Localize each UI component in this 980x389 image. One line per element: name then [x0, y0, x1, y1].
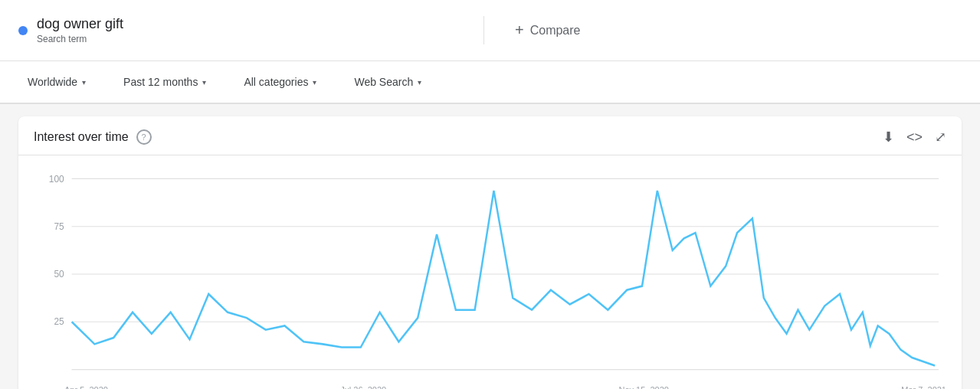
compare-label: Compare: [530, 24, 581, 38]
search-term-text: dog owner gift Search term: [37, 16, 123, 44]
filter-time[interactable]: Past 12 months ▾: [114, 71, 215, 93]
chart-actions: ⬇ <> ⤢: [883, 129, 946, 145]
search-bar: dog owner gift Search term + Compare: [0, 0, 980, 61]
filter-separator-1: [104, 73, 105, 91]
svg-text:100: 100: [49, 173, 64, 184]
chart-area: 100 75 50 25: [18, 155, 962, 385]
main-content: Interest over time ? ⬇ <> ⤢ 100 75 50 25: [0, 104, 980, 389]
search-term-name: dog owner gift: [37, 16, 123, 32]
filter-location[interactable]: Worldwide ▾: [18, 71, 95, 93]
filter-search-type[interactable]: Web Search ▾: [345, 71, 431, 93]
svg-text:50: 50: [54, 269, 64, 279]
compare-button[interactable]: + Compare: [515, 21, 581, 39]
location-dropdown-icon: ▾: [82, 78, 86, 87]
filter-category-label: All categories: [244, 76, 308, 88]
x-label-mar: Mar 7, 2021: [901, 385, 946, 389]
filter-time-label: Past 12 months: [123, 76, 198, 88]
filter-separator-3: [335, 73, 336, 91]
x-label-nov: Nov 15, 2020: [619, 385, 669, 389]
download-icon[interactable]: ⬇: [883, 129, 894, 145]
filter-location-label: Worldwide: [28, 76, 77, 88]
search-term-section: dog owner gift Search term: [18, 16, 484, 44]
compare-section: + Compare: [484, 21, 962, 39]
trend-chart-svg: 100 75 50 25: [34, 171, 946, 378]
chart-title: Interest over time: [34, 130, 129, 144]
chart-title-section: Interest over time ?: [34, 129, 152, 145]
x-label-jul: Jul 26, 2020: [340, 385, 386, 389]
share-icon[interactable]: ⤢: [935, 129, 946, 145]
search-type-dropdown-icon: ▾: [418, 78, 421, 87]
filter-search-type-label: Web Search: [354, 76, 413, 88]
term-color-dot: [18, 26, 28, 35]
chart-header: Interest over time ? ⬇ <> ⤢: [18, 116, 962, 155]
chart-card: Interest over time ? ⬇ <> ⤢ 100 75 50 25: [18, 116, 962, 389]
svg-text:25: 25: [54, 316, 64, 327]
filter-separator-2: [225, 73, 225, 91]
svg-text:75: 75: [54, 221, 64, 232]
category-dropdown-icon: ▾: [313, 78, 316, 87]
time-dropdown-icon: ▾: [202, 78, 206, 87]
search-term-label: Search term: [37, 34, 123, 44]
compare-plus-icon: +: [515, 21, 524, 39]
filter-category[interactable]: All categories ▾: [234, 71, 326, 93]
filter-bar: Worldwide ▾ Past 12 months ▾ All categor…: [0, 61, 980, 104]
x-label-apr: Apr 5, 2020: [64, 385, 108, 389]
help-icon[interactable]: ?: [136, 129, 152, 145]
x-axis-labels: Apr 5, 2020 Jul 26, 2020 Nov 15, 2020 Ma…: [18, 385, 962, 389]
embed-icon[interactable]: <>: [906, 129, 923, 145]
